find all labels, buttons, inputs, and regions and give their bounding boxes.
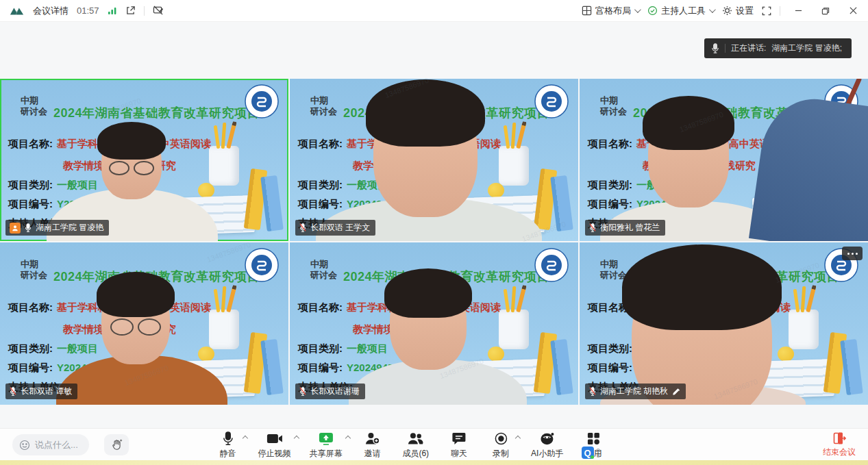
host-avatar-icon: [10, 223, 21, 234]
ime-mode-icons: ou: [597, 447, 600, 458]
mute-button[interactable]: 静音: [216, 431, 239, 460]
meeting-details-button[interactable]: 会议详情: [33, 5, 69, 17]
participant-name: 湖南工学院 胡艳秋: [600, 386, 668, 397]
microphone-muted-icon: [299, 387, 306, 396]
speaking-name: 湖南工学院 冒凌艳;: [771, 42, 842, 54]
restore-button[interactable]: [816, 3, 835, 19]
background-badge: 中期研讨会: [21, 95, 47, 117]
chat-icon: [452, 431, 466, 447]
meeting-window: 会议详情 01:57 宫格布局 主持人工具: [0, 0, 868, 465]
participant-name: 长郡双语谢珊: [310, 386, 360, 397]
emoji-icon: [19, 440, 30, 451]
video-grid: 中期研讨会 2024年湖南省基础教育改革研究项目 项目名称:基于学科核心素养的高…: [0, 79, 868, 405]
ime-q-icon: Q: [582, 447, 594, 459]
microphone-muted-icon: [299, 223, 306, 232]
background-title: 2024年湖南省基础教育改革研究项目: [53, 105, 260, 121]
settings-button[interactable]: 设置: [722, 5, 754, 17]
video-tile-wangxuewen[interactable]: 中期研讨会 2024年湖南省基础教育改革研究项目 项目名称:基于学科核心素养的高…: [290, 79, 578, 241]
university-logo: [534, 84, 569, 118]
chat-button[interactable]: 聊天: [447, 431, 471, 460]
university-logo: [245, 84, 279, 118]
chevron-up-icon[interactable]: [515, 436, 521, 441]
stop-video-button[interactable]: 停止视频: [258, 431, 290, 460]
speaking-label: 正在讲话:: [731, 42, 766, 54]
host-tools-label: 主持人工具: [661, 5, 706, 17]
fullscreen-icon[interactable]: [762, 6, 771, 16]
grid-layout-icon: [582, 5, 592, 16]
microphone-icon: [222, 431, 233, 447]
toolbar-buttons: 静音 停止视频 共享屏幕 邀请 成员(6) 聊天: [216, 431, 605, 460]
record-icon: [495, 431, 508, 447]
host-tools-icon: [647, 5, 658, 16]
chevron-down-icon: [634, 6, 641, 13]
meeting-timer: 01:57: [77, 5, 99, 16]
microphone-on-icon: [25, 223, 32, 232]
input-method-indicator[interactable]: Q ou: [582, 447, 600, 459]
share-meeting-icon[interactable]: [125, 5, 136, 16]
share-screen-button[interactable]: 共享屏幕: [309, 431, 342, 460]
participant-name-badge: 长郡双语 谭敏: [5, 384, 77, 399]
share-screen-icon: [318, 431, 333, 447]
microphone-muted-icon: [10, 387, 16, 396]
divider: [144, 6, 145, 16]
titlebar: 会议详情 01:57 宫格布局 主持人工具: [0, 0, 868, 22]
participant-name: 长郡双语 王学文: [310, 222, 370, 234]
ai-assistant-button[interactable]: AI小助手: [531, 431, 563, 460]
participant-name-badge: 长郡双语谢珊: [295, 384, 365, 399]
grid-layout-label: 宫格布局: [595, 5, 631, 17]
meeting-details-label: 会议详情: [33, 5, 69, 17]
meeting-stage: 13487586970 13487586970 13487586970 1348…: [0, 22, 868, 428]
video-tile-xieshan[interactable]: 中期研讨会 2024年湖南省基础教育改革研究项目 项目名称:基于学科核心素养的高…: [290, 242, 578, 405]
members-icon: [408, 431, 423, 447]
invite-button[interactable]: 邀请: [360, 431, 384, 460]
participant-name-badge: 长郡双语 王学文: [295, 220, 375, 236]
camera-icon: [266, 431, 282, 447]
university-logo: [534, 248, 569, 282]
quick-chat-input[interactable]: 说点什么...: [12, 434, 89, 455]
chat-placeholder: 说点什么...: [35, 439, 78, 451]
microphone-muted-icon: [589, 387, 596, 396]
university-logo: [824, 84, 858, 118]
raise-hand-button[interactable]: [104, 434, 129, 455]
background-window-strip: [0, 460, 868, 465]
end-meeting-button[interactable]: 结束会议: [823, 431, 856, 458]
microphone-icon: [711, 43, 719, 53]
invite-icon: [365, 431, 380, 447]
signal-strength-icon: [108, 7, 117, 15]
app-logo-icon: [10, 6, 25, 16]
annotation-disabled-icon[interactable]: [153, 5, 164, 16]
participant-name-badge: 衡阳雅礼 曾花兰: [585, 220, 665, 236]
participant-name: 湖南工学院 冒凌艳: [36, 222, 103, 234]
settings-label: 设置: [736, 5, 754, 17]
video-tile-zenghualan[interactable]: 中期研讨会 2024年湖南省基础教育改革研究项目 项目名称:基于学科核心素养的高…: [580, 79, 868, 241]
close-button[interactable]: [843, 3, 863, 19]
video-tile-huyanqiu[interactable]: 中期研讨会 2024年湖南省基础教育改革研究项目 项目名称:基于学科核心素养的高…: [580, 242, 868, 405]
video-tile-tanmin[interactable]: 中期研讨会 2024年湖南省基础教育改革研究项目 项目名称:基于学科核心素养的高…: [0, 242, 288, 405]
virtual-background: 中期研讨会 2024年湖南省基础教育改革研究项目 项目名称:基于学科核心素养的高…: [0, 79, 288, 241]
members-button[interactable]: 成员(6): [402, 431, 429, 460]
participant-name: 衡阳雅礼 曾花兰: [600, 222, 660, 234]
divider: [725, 44, 726, 53]
chevron-up-icon[interactable]: [293, 436, 299, 441]
record-button[interactable]: 录制: [489, 431, 512, 460]
apps-grid-icon: [587, 431, 600, 447]
participant-name: 长郡双语 谭敏: [21, 386, 72, 397]
bottom-toolbar: 说点什么... 静音 停止视频 共享屏幕 邀请: [0, 428, 868, 460]
participant-name-badge: 湖南工学院 冒凌艳: [5, 220, 109, 236]
end-meeting-icon: [832, 431, 846, 445]
pen-annotation-icon: [672, 388, 680, 395]
divider: [780, 6, 780, 16]
video-tile-maolingyan[interactable]: 中期研讨会 2024年湖南省基础教育改革研究项目 项目名称:基于学科核心素养的高…: [0, 79, 288, 241]
university-logo: [245, 248, 279, 282]
grid-layout-button[interactable]: 宫格布局: [582, 5, 639, 17]
active-speaker-toast: 正在讲话: 湖南工学院 冒凌艳;: [704, 38, 852, 58]
more-options-button[interactable]: [842, 247, 863, 260]
chevron-down-icon: [709, 6, 716, 13]
chevron-up-icon[interactable]: [345, 436, 350, 441]
chevron-up-icon[interactable]: [242, 436, 247, 441]
host-tools-button[interactable]: 主持人工具: [647, 5, 714, 17]
minimize-button[interactable]: [789, 3, 808, 19]
participant-name-badge: 湖南工学院 胡艳秋: [585, 384, 686, 399]
ai-assistant-icon: [540, 431, 554, 447]
gear-icon: [722, 5, 732, 16]
